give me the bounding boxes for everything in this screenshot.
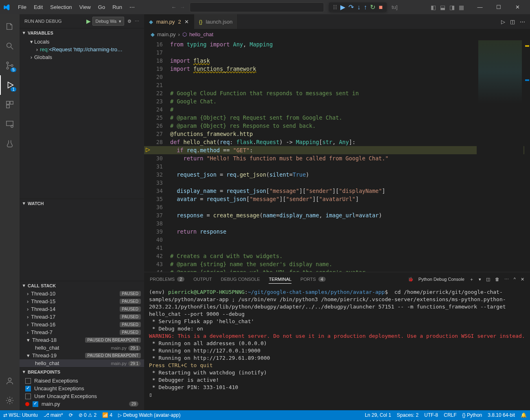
thread-row[interactable]: ▾Thread-19PAUSED ON BREAKPOINT	[20, 352, 144, 359]
stop-icon[interactable]: ■	[379, 4, 383, 11]
run-debug-icon[interactable]: 1	[0, 75, 20, 95]
tab-ports[interactable]: PORTS4	[300, 277, 326, 282]
tab-problems[interactable]: PROBLEMS2	[150, 277, 184, 282]
callstack-header[interactable]: ▾CALL STACK	[20, 281, 144, 290]
run-debug-header: RUN AND DEBUG ▶ Debug Wa ▾ ⚙ ⋯	[20, 14, 144, 28]
thread-row[interactable]: ›Thread-17PAUSED	[20, 313, 144, 321]
minimap[interactable]	[477, 39, 523, 272]
maximize-icon[interactable]: ☐	[489, 1, 508, 13]
more-icon[interactable]: ⋯	[520, 19, 525, 25]
globals-row[interactable]: ›Globals	[20, 53, 144, 61]
tab-main-py[interactable]: ◆ main.py 2 ✕	[144, 14, 194, 29]
menu-selection[interactable]: Selection	[47, 2, 75, 12]
python-interpreter[interactable]: 3.8.10 64-bit	[488, 412, 515, 418]
remote-indicator[interactable]: ⇄ WSL: Ubuntu	[3, 412, 38, 418]
locals-row[interactable]: ▾Locals	[20, 38, 144, 46]
thread-row[interactable]: ›Thread-10PAUSED	[20, 290, 144, 298]
watch-header[interactable]: ▾WATCH	[20, 199, 144, 208]
breakpoints-header[interactable]: ▾BREAKPOINTS	[20, 367, 144, 376]
command-center[interactable]	[190, 2, 324, 12]
notifications-icon[interactable]: 🔔	[521, 412, 527, 418]
tab-launch-json[interactable]: {} launch.json	[194, 14, 238, 29]
start-debug-icon[interactable]: ▶	[86, 18, 91, 24]
accounts-icon[interactable]	[0, 371, 20, 391]
step-into-icon[interactable]: ↓	[357, 4, 360, 11]
more-icon[interactable]: ⋯	[135, 19, 139, 24]
menu-go[interactable]: Go	[95, 2, 108, 12]
ports-status[interactable]: 📶 4	[102, 412, 112, 418]
menu-run[interactable]: Run	[109, 2, 125, 12]
terminal-content[interactable]: (env) pierrick@LAPTOP-HKU5PNNG:~/git/goo…	[144, 286, 530, 410]
line-number-gutter[interactable]: 1617181920212223242526272829303132333435…	[144, 39, 170, 272]
debug-icon: 🐞	[408, 277, 414, 282]
cursor-position[interactable]: Ln 29, Col 1	[365, 412, 391, 418]
thread-row[interactable]: ›Thread-14PAUSED	[20, 305, 144, 313]
search-icon[interactable]	[0, 36, 20, 56]
step-out-icon[interactable]: ↑	[364, 4, 367, 11]
thread-row[interactable]: ›Thread-16PAUSED	[20, 321, 144, 328]
variables-header[interactable]: ▾VARIABLES	[20, 28, 144, 37]
continue-icon[interactable]: ▶	[340, 3, 345, 11]
explorer-icon[interactable]	[0, 17, 20, 36]
encoding[interactable]: UTF-8	[424, 412, 438, 418]
breadcrumb-symbol: hello_chat	[189, 31, 213, 37]
close-icon[interactable]: ✕	[508, 1, 527, 13]
run-file-icon[interactable]: ▷	[501, 19, 505, 25]
gear-icon[interactable]: ⚙	[127, 19, 131, 24]
stack-frame[interactable]: hello_chatmain.py 29:1	[20, 344, 144, 352]
bp-uncaught[interactable]: Uncaught Exceptions	[20, 385, 144, 392]
menu-view[interactable]: View	[76, 2, 94, 12]
close-panel-icon[interactable]: ✕	[521, 277, 524, 282]
chevron-down-icon[interactable]: ▾	[479, 277, 481, 282]
source-control-icon[interactable]: 5	[0, 56, 20, 75]
eol[interactable]: CRLF	[444, 412, 456, 418]
tab-output[interactable]: OUTPUT	[193, 277, 212, 282]
bp-raised[interactable]: Raised Exceptions	[20, 377, 144, 385]
bp-user-uncaught[interactable]: User Uncaught Exceptions	[20, 392, 144, 400]
problems-status[interactable]: ⊘ 0 ⚠ 2	[79, 412, 96, 418]
layout-secondary-icon[interactable]: ◨	[449, 4, 455, 11]
split-editor-icon[interactable]: ◫	[510, 19, 515, 25]
bp-file[interactable]: main.py29	[20, 400, 144, 408]
code-area[interactable]: from typing import Any, Mapping import f…	[170, 39, 530, 272]
debug-status[interactable]: ▷ Debug Watch (avatar-app)	[118, 412, 180, 418]
more-icon[interactable]: ⋯	[504, 277, 509, 282]
testing-icon[interactable]	[0, 134, 20, 153]
editor-body[interactable]: 1617181920212223242526272829303132333435…	[144, 39, 530, 272]
thread-row[interactable]: ›Thread-15PAUSED	[20, 298, 144, 305]
layout-primary-icon[interactable]: ◧	[431, 4, 436, 11]
new-terminal-icon[interactable]: ＋	[469, 276, 474, 282]
minimize-icon[interactable]: —	[471, 1, 489, 13]
thread-row[interactable]: ▾Thread-18PAUSED ON BREAKPOINT	[20, 336, 144, 344]
git-branch[interactable]: ⎇ main*	[44, 412, 63, 418]
terminal-profile-label[interactable]: Python Debug Console	[418, 277, 464, 282]
nav-back-icon[interactable]: ←	[171, 4, 176, 10]
launch-config-dropdown[interactable]: Debug Wa ▾	[92, 17, 124, 26]
overview-ruler[interactable]	[524, 39, 530, 272]
language-mode[interactable]: {} Python	[462, 412, 482, 418]
thread-row[interactable]: ›Thread-7PAUSED	[20, 328, 144, 336]
nav-forward-icon[interactable]: →	[180, 4, 185, 10]
breadcrumb[interactable]: ◆ main.py › ⬡ hello_chat	[144, 29, 530, 39]
remote-explorer-icon[interactable]	[0, 114, 20, 134]
variable-req[interactable]: ›req: <Request 'http://charming-tro…	[20, 46, 144, 53]
menu-edit[interactable]: Edit	[31, 2, 46, 12]
layout-customize-icon[interactable]: ▦	[459, 4, 464, 11]
stack-frame[interactable]: hello_chatmain.py 29:1	[20, 359, 144, 367]
layout-panel-icon[interactable]: ⬓	[440, 4, 445, 11]
maximize-panel-icon[interactable]: ^	[514, 277, 516, 282]
kill-terminal-icon[interactable]: 🗑	[495, 277, 499, 282]
sync-icon[interactable]: ⟳	[69, 412, 73, 418]
indentation[interactable]: Spaces: 2	[397, 412, 418, 418]
extensions-icon[interactable]	[0, 95, 20, 114]
split-terminal-icon[interactable]: ◫	[486, 277, 490, 282]
step-over-icon[interactable]: ↷	[348, 3, 354, 11]
tab-terminal[interactable]: TERMINAL	[269, 277, 291, 284]
menu-file[interactable]: File	[15, 2, 30, 12]
menu-more[interactable]: ⋯	[126, 2, 138, 12]
settings-icon[interactable]	[0, 391, 20, 410]
drag-handle-icon[interactable]: ⁝⁝	[333, 3, 337, 11]
tab-debug-console[interactable]: DEBUG CONSOLE	[221, 277, 260, 282]
restart-icon[interactable]: ↻	[370, 3, 375, 11]
close-icon[interactable]: ✕	[184, 19, 189, 25]
